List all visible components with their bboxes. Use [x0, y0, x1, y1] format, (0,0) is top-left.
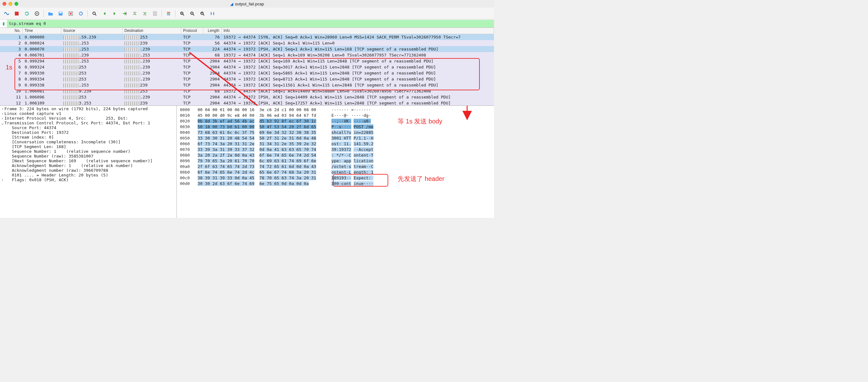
colorize-icon[interactable] [164, 9, 173, 18]
goto-last-icon[interactable] [141, 9, 149, 18]
options-icon[interactable] [33, 9, 41, 18]
hex-row[interactable]: 005033 30 30 31 20 48 54 54 50 2f 31 2e … [180, 136, 491, 141]
packet-row[interactable]: 50.999294.253.239TCP290444374 → 19372 [A… [0, 58, 494, 64]
svg-point-2 [36, 13, 37, 14]
display-filter-input[interactable] [7, 20, 494, 27]
toolbar [0, 7, 494, 20]
col-info[interactable]: Info [222, 28, 494, 34]
packet-row[interactable]: 90.999338.253239TCP290444374 → 19372 [AC… [0, 82, 494, 88]
zoom-in-icon[interactable] [178, 9, 186, 18]
packet-row[interactable]: 30.000070.253.239TCP22444374 → 19372 [PS… [0, 46, 494, 52]
detail-line[interactable]: [Stream index: 0] [0, 135, 177, 140]
hex-row[interactable]: 00803a 20 2a 2f 2a 0d 0a 43 6f 6e 74 65 … [180, 152, 491, 158]
detail-line[interactable]: ⌄Transmission Control Protocol, Src Port… [0, 121, 177, 125]
detail-line[interactable]: [Next Sequence Number: 169 (relative seq… [0, 158, 177, 163]
app-window: ◢ output_fail.pcap ▮ [0, 0, 494, 218]
goto-first-icon[interactable] [131, 9, 139, 18]
zoom-reset-icon[interactable] [198, 9, 207, 18]
hex-row[interactable]: 00606f 73 74 3a 20 31 31 2e 31 34 31 2e … [180, 141, 491, 147]
close-button[interactable] [2, 2, 6, 6]
app-icon: ◢ [230, 2, 233, 6]
packet-list-pane[interactable]: No. Time Source Destination Protocol Len… [0, 28, 494, 106]
hex-row[interactable]: 00a02f 6f 63 74 65 74 2d 73 74 72 65 61 … [180, 164, 491, 170]
hex-row[interactable]: 00b06f 6e 74 65 6e 74 2d 4c 65 6e 67 74 … [180, 170, 491, 175]
prev-icon[interactable] [100, 9, 108, 18]
filter-bookmark-icon[interactable]: ▮ [0, 20, 7, 27]
packet-row[interactable]: 60.999324253.239TCP290444374 → 19372 [AC… [0, 64, 494, 70]
find-icon[interactable] [90, 9, 98, 18]
svg-rect-0 [15, 12, 19, 16]
detail-line[interactable]: ›Frame 3: 224 bytes on wire (1792 bits),… [0, 107, 177, 111]
col-source[interactable]: Source [61, 28, 122, 34]
svg-point-6 [93, 12, 95, 14]
window-title: ◢ output_fail.pcap [230, 2, 264, 6]
hex-row[interactable]: 009079 70 65 3a 20 61 70 70 6c 69 63 61 … [180, 158, 491, 164]
maximize-button[interactable] [14, 2, 18, 6]
hex-row[interactable]: 001045 00 00 d0 9c e8 40 00 3b 06 ed 03 … [180, 113, 491, 118]
detail-line[interactable]: Acknowledgment Number: 1 (relative ack n… [0, 163, 177, 168]
autoscroll-icon[interactable] [151, 9, 159, 18]
packet-row[interactable]: 10.000000.59.239253TCP7619372 → 44374 [S… [0, 34, 494, 40]
bottom-panes: ›Frame 3: 224 bytes on wire (1792 bits),… [0, 106, 494, 218]
packet-row[interactable]: 70.999330253.239TCP290444374 → 19372 [AC… [0, 70, 494, 76]
packet-details-pane[interactable]: ›Frame 3: 224 bytes on wire (1792 bits),… [0, 106, 177, 218]
packet-list-header: No. Time Source Destination Protocol Len… [0, 28, 494, 34]
hex-row[interactable]: 007033 39 3a 31 39 33 37 32 0d 0a 41 63 … [180, 147, 491, 152]
packet-row[interactable]: 111.006096253.239TCP290444374 → 19372 [P… [0, 94, 494, 100]
packet-row[interactable]: 121.0061093.253239TCP290444374 → 19372 [… [0, 100, 494, 106]
col-protocol[interactable]: Protocol [181, 28, 203, 34]
detail-line[interactable]: › Flags: 0x018 (PSH, ACK) [0, 177, 177, 182]
col-time[interactable]: Time [23, 28, 61, 34]
packet-rows: 10.000000.59.239253TCP7619372 → 44374 [S… [0, 34, 494, 106]
detail-line[interactable]: [Conversation completeness: Incomplete (… [0, 140, 177, 144]
reload-icon[interactable] [77, 9, 85, 18]
hex-row[interactable]: 00c038 39 31 39 33 0d 0a 45 78 70 65 63 … [180, 175, 491, 181]
stop-capture-icon[interactable] [12, 9, 21, 18]
detail-line[interactable]: Destination Port: 19372 [0, 130, 177, 135]
col-length[interactable]: Length [203, 28, 222, 34]
packet-row[interactable]: 20.000024.253239TCP5644374 → 19372 [ACK]… [0, 40, 494, 46]
col-no[interactable]: No. [0, 28, 23, 34]
filter-bar: ▮ [0, 20, 494, 28]
save-icon[interactable] [57, 9, 65, 18]
col-destination[interactable]: Destination [122, 28, 181, 34]
hex-row[interactable]: 00200b 8d 3b ef ad 56 4b ac d5 b3 92 8f … [180, 118, 491, 124]
detail-line[interactable]: Source Port: 44374 [0, 125, 177, 130]
detail-line[interactable]: ›Internet Protocol Version 4, Src: 253, … [0, 116, 177, 121]
hex-dump-pane[interactable]: 000000 04 00 01 00 06 00 16 3e c6 2d c1 … [177, 106, 494, 218]
zoom-out-icon[interactable] [188, 9, 196, 18]
packet-row[interactable]: 80.999334253.239TCP290444374 → 19372 [AC… [0, 76, 494, 82]
detail-line[interactable]: Sequence Number (raw): 3585381007 [0, 154, 177, 158]
packet-row[interactable]: 40.006701.239.253TCP6819372 → 44374 [ACK… [0, 52, 494, 58]
restart-capture-icon[interactable] [23, 9, 31, 18]
detail-line[interactable]: [TCP Segment Len: 168] [0, 144, 177, 149]
titlebar: ◢ output_fail.pcap [0, 0, 494, 7]
resize-columns-icon[interactable] [208, 9, 217, 18]
hex-row[interactable]: 004073 68 63 61 6c 6c 3f 75 69 6e 3d 32 … [180, 130, 491, 136]
hex-row[interactable]: 003050 18 00 73 b0 b1 00 00 50 4f 53 54 … [180, 124, 491, 130]
goto-icon[interactable] [121, 9, 129, 18]
start-capture-icon[interactable] [2, 9, 11, 18]
packet-row[interactable]: 101.0060819.239253TCP6819372 → 44374 [AC… [0, 88, 494, 94]
close-file-icon[interactable] [67, 9, 75, 18]
open-icon[interactable] [46, 9, 55, 18]
hex-row[interactable]: 000000 04 00 01 00 06 00 16 3e c6 2d c1 … [180, 107, 491, 113]
detail-line[interactable]: 0101 .... = Header Length: 20 bytes (5) [0, 173, 177, 177]
hex-row[interactable]: 00d030 30 2d 63 6f 6e 74 69 6e 75 65 0d … [180, 181, 491, 186]
detail-line[interactable]: Acknowledgment number (raw): 3966709788 [0, 168, 177, 173]
detail-line[interactable]: ›Linux cooked capture v1 [0, 111, 177, 116]
svg-rect-4 [59, 12, 62, 13]
next-icon[interactable] [111, 9, 119, 18]
detail-line[interactable]: Sequence Number: 1 (relative sequence nu… [0, 149, 177, 154]
minimize-button[interactable] [8, 2, 12, 6]
